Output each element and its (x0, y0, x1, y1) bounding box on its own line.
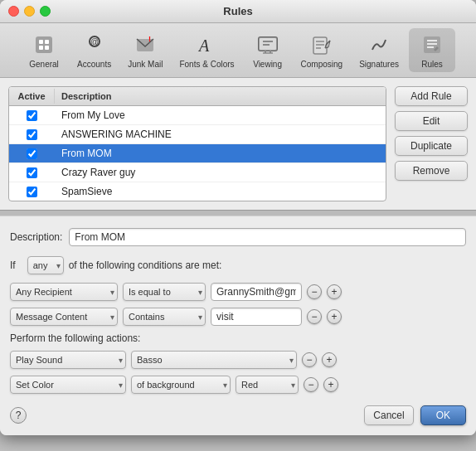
condition-operator-2[interactable]: Contains (123, 308, 206, 326)
condition-operator-1-wrap[interactable]: Is equal to (123, 283, 206, 301)
row-checkbox[interactable] (9, 183, 55, 201)
help-button[interactable]: ? (10, 407, 27, 424)
condition-operator-1[interactable]: Is equal to (123, 283, 206, 301)
remove-action-1-button[interactable]: − (302, 352, 317, 367)
if-qualifier-select[interactable]: any (27, 256, 64, 274)
active-checkbox[interactable] (27, 129, 37, 140)
composing-label: Composing (301, 60, 343, 69)
condition-value-1[interactable] (211, 283, 302, 301)
svg-text:A: A (197, 36, 210, 55)
svg-rect-0 (36, 36, 52, 53)
active-checkbox[interactable] (27, 148, 37, 159)
description-label: Description: (10, 231, 62, 243)
toolbar-item-junk-mail[interactable]: ! Junk Mail (121, 28, 169, 72)
fonts-colors-icon: A (193, 32, 220, 58)
toolbar-item-general[interactable]: General (21, 28, 67, 72)
condition-row-1: Any Recipient Is equal to − + (10, 283, 466, 301)
svg-rect-13 (263, 44, 270, 46)
toolbar: General @ Accounts ! Junk Mail (0, 23, 476, 78)
duplicate-button[interactable]: Duplicate (395, 136, 468, 156)
row-checkbox[interactable] (9, 107, 55, 124)
svg-rect-1 (39, 40, 43, 44)
add-action-2-button[interactable]: + (323, 377, 338, 392)
description-input[interactable] (69, 228, 466, 246)
row-checkbox[interactable] (9, 164, 55, 182)
edit-panel: Description: If any of the following con… (0, 216, 476, 435)
rules-table: Active Description From My Love ANSWERIN… (8, 86, 386, 201)
row-description: From MOM (55, 144, 386, 162)
row-description: ANSWERING MACHINE (55, 125, 386, 143)
condition-value-2[interactable] (211, 308, 302, 326)
junk-mail-icon: ! (132, 32, 158, 58)
condition-field-1-wrap[interactable]: Any Recipient (10, 283, 118, 301)
action-color-2-wrap[interactable]: Red (236, 376, 299, 394)
col-header-active: Active (9, 89, 55, 104)
actions-label: Perform the following actions: (10, 332, 466, 344)
edit-button[interactable]: Edit (395, 111, 468, 131)
toolbar-item-signatures[interactable]: Signatures (352, 28, 406, 72)
ok-button[interactable]: OK (420, 405, 466, 425)
action-type-1-wrap[interactable]: Play Sound (10, 351, 126, 369)
table-row[interactable]: ANSWERING MACHINE (9, 125, 386, 144)
if-qualifier-wrap[interactable]: any (27, 256, 64, 274)
row-description: Crazy Raver guy (55, 163, 386, 182)
add-action-1-button[interactable]: + (322, 352, 337, 367)
active-checkbox[interactable] (27, 187, 37, 197)
table-header: Active Description (9, 87, 386, 106)
action-color-2[interactable]: Red (236, 376, 299, 394)
remove-action-2-button[interactable]: − (304, 377, 318, 392)
action-type-1[interactable]: Play Sound (10, 351, 126, 369)
rules-icon (419, 32, 445, 58)
signatures-label: Signatures (359, 60, 399, 69)
description-row: Description: (10, 228, 466, 246)
action-param1-1-wrap[interactable]: Basso (131, 351, 297, 369)
toolbar-item-fonts-colors[interactable]: A Fonts & Colors (172, 28, 240, 72)
row-description: From My Love (55, 106, 386, 124)
rules-panel: Active Description From My Love ANSWERIN… (0, 78, 476, 210)
condition-field-2[interactable]: Message Content (10, 308, 118, 326)
table-row[interactable]: Crazy Raver guy (9, 163, 386, 182)
remove-condition-2-button[interactable]: − (307, 309, 322, 324)
if-row: If any of the following conditions are m… (10, 256, 466, 274)
active-checkbox[interactable] (27, 167, 37, 178)
accounts-icon: @ (81, 32, 108, 58)
condition-operator-2-wrap[interactable]: Contains (123, 308, 206, 326)
add-condition-2-button[interactable]: + (327, 309, 342, 324)
remove-condition-1-button[interactable]: − (307, 284, 322, 299)
panel-divider (0, 210, 476, 216)
action-row-2: Set Color of background Red − + (10, 376, 466, 394)
action-type-2[interactable]: Set Color (10, 376, 126, 394)
maximize-button[interactable] (40, 6, 51, 17)
action-param1-2[interactable]: of background (131, 376, 231, 394)
toolbar-item-composing[interactable]: Composing (294, 28, 350, 72)
action-param1-1[interactable]: Basso (131, 351, 297, 369)
add-rule-button[interactable]: Add Rule (395, 86, 468, 106)
minimize-button[interactable] (24, 6, 35, 17)
svg-rect-2 (45, 40, 49, 44)
condition-field-1[interactable]: Any Recipient (10, 283, 118, 301)
svg-text:@: @ (90, 37, 99, 46)
cancel-button[interactable]: Cancel (364, 405, 413, 425)
table-row[interactable]: From My Love (9, 106, 386, 125)
window-title: Rules (223, 5, 252, 17)
action-row-1: Play Sound Basso − + (10, 351, 466, 369)
action-type-2-wrap[interactable]: Set Color (10, 376, 126, 394)
action-param1-2-wrap[interactable]: of background (131, 376, 231, 394)
window-controls[interactable] (8, 6, 51, 17)
if-label: If (10, 259, 16, 271)
row-checkbox[interactable] (9, 126, 55, 143)
signatures-icon (366, 32, 392, 58)
svg-text:!: ! (148, 35, 151, 43)
add-condition-1-button[interactable]: + (327, 284, 342, 299)
accounts-label: Accounts (77, 60, 111, 69)
condition-field-2-wrap[interactable]: Message Content (10, 308, 118, 326)
toolbar-item-rules[interactable]: Rules (409, 28, 455, 72)
toolbar-item-viewing[interactable]: Viewing (245, 28, 291, 72)
row-checkbox[interactable] (9, 145, 55, 162)
remove-button[interactable]: Remove (395, 161, 468, 181)
toolbar-item-accounts[interactable]: @ Accounts (70, 28, 118, 72)
active-checkbox[interactable] (27, 110, 37, 121)
close-button[interactable] (8, 6, 19, 17)
table-row[interactable]: SpamSieve (9, 182, 386, 201)
table-row-selected[interactable]: From MOM (9, 144, 386, 163)
